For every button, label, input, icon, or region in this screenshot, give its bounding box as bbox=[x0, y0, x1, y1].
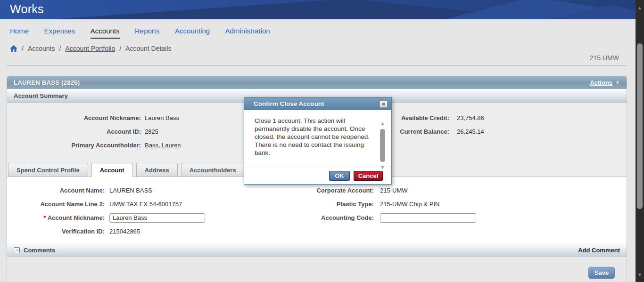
org-context-label: 215 UMW bbox=[590, 54, 619, 62]
dialog-scrollbar-thumb[interactable] bbox=[380, 129, 385, 162]
available-credit-value: 23,754.86 bbox=[457, 114, 484, 121]
form-row: Plastic Type: 215-UMW Chip & PIN bbox=[270, 197, 476, 211]
breadcrumb-separator: / bbox=[22, 45, 24, 52]
dialog-footer: OK Cancel bbox=[244, 167, 391, 184]
actions-menu[interactable]: Actions ▼ bbox=[590, 79, 620, 86]
dialog-header: Confirm Close Account ✕ bbox=[244, 97, 391, 110]
breadcrumb-link-account-portfolio[interactable]: Account Portfolio bbox=[65, 45, 115, 52]
home-icon[interactable] bbox=[10, 45, 17, 52]
field-label: Corporate Account: bbox=[270, 187, 374, 194]
verification-id-value: 215042865 bbox=[109, 228, 140, 235]
page: Works Home Expenses Accounts Reports Acc… bbox=[0, 0, 636, 282]
close-icon[interactable]: ✕ bbox=[380, 100, 388, 108]
nav-item-reports[interactable]: Reports bbox=[135, 27, 160, 38]
field-label: Primary Accountholder: bbox=[7, 142, 141, 149]
actions-link[interactable]: Actions bbox=[590, 79, 612, 86]
nav-item-home[interactable]: Home bbox=[10, 27, 29, 38]
divider bbox=[7, 65, 627, 66]
comments-header: − Comments Add Comment bbox=[7, 244, 627, 257]
field-label: Plastic Type: bbox=[270, 201, 374, 208]
nav-item-accounts[interactable]: Accounts bbox=[91, 27, 120, 39]
save-button[interactable]: Save bbox=[588, 267, 615, 279]
corporate-account-value: 215-UMW bbox=[380, 187, 408, 194]
nav-item-administration[interactable]: Administration bbox=[225, 27, 270, 38]
comments-heading: Comments bbox=[24, 247, 55, 254]
tab-account[interactable]: Account bbox=[91, 163, 133, 177]
form-row: Verification ID: 215042865 bbox=[7, 225, 627, 238]
account-tab-content: Account Name: LAUREN BASS Account Name L… bbox=[7, 177, 627, 244]
nav-item-accounting[interactable]: Accounting bbox=[175, 27, 210, 38]
field-label: Accounting Code: bbox=[270, 214, 374, 221]
confirm-close-account-dialog: Confirm Close Account ✕ Close 1 account.… bbox=[244, 97, 392, 185]
page-scrollbar-thumb[interactable] bbox=[637, 43, 643, 209]
account-panel-header: LAUREN BASS (2825) Actions ▼ bbox=[7, 76, 627, 89]
dialog-message: Close 1 account. This action will perman… bbox=[255, 117, 378, 157]
scroll-down-icon[interactable]: ▼ bbox=[636, 271, 644, 279]
field-label-text: Account Nickname: bbox=[48, 214, 105, 221]
account-title: LAUREN BASS (2825) bbox=[14, 79, 80, 86]
collapse-icon[interactable]: − bbox=[14, 247, 20, 253]
plastic-type-value: 215-UMW Chip & PIN bbox=[380, 201, 439, 208]
form-row: Accounting Code: bbox=[270, 211, 476, 225]
required-marker: * bbox=[44, 214, 46, 221]
comments-body bbox=[7, 257, 627, 282]
current-balance-value: 26,245.14 bbox=[457, 128, 484, 135]
field-label: Account Name: bbox=[7, 187, 105, 194]
nav-item-expenses[interactable]: Expenses bbox=[44, 27, 75, 38]
primary-accountholder-link[interactable]: Bass, Lauren bbox=[145, 142, 181, 149]
account-id-value: 2825 bbox=[145, 128, 158, 135]
field-label: Account Nickname: bbox=[7, 114, 141, 121]
dialog-body: Close 1 account. This action will perman… bbox=[244, 117, 391, 174]
breadcrumb-item-accounts: Accounts bbox=[28, 45, 55, 52]
accounting-code-input[interactable] bbox=[380, 213, 476, 223]
tab-address[interactable]: Address bbox=[136, 163, 178, 177]
dialog-title: Confirm Close Account bbox=[254, 100, 324, 107]
field-label: Account Name Line 2: bbox=[7, 201, 105, 208]
account-nickname-value: Lauren Bass bbox=[145, 114, 179, 121]
scroll-up-icon[interactable]: ▲ bbox=[380, 121, 386, 126]
account-name-value: LAUREN BASS bbox=[109, 187, 152, 194]
app-title: Works bbox=[0, 0, 636, 16]
breadcrumb-separator: / bbox=[119, 45, 121, 52]
breadcrumb: / Accounts / Account Portfolio / Account… bbox=[10, 45, 636, 52]
account-nickname-input[interactable] bbox=[109, 213, 205, 223]
cancel-button[interactable]: Cancel bbox=[354, 171, 383, 181]
page-scrollbar[interactable]: ▲ ▼ bbox=[636, 0, 644, 282]
app-banner: Works bbox=[0, 0, 636, 19]
field-label: Account ID: bbox=[7, 128, 141, 135]
add-comment-link[interactable]: Add Comment bbox=[578, 247, 620, 254]
tab-accountholders[interactable]: Accountholders bbox=[181, 163, 245, 177]
primary-nav: Home Expenses Accounts Reports Accountin… bbox=[0, 19, 636, 39]
account-name-line2-value: UMW TAX EX 54-6001757 bbox=[109, 201, 182, 208]
tab-spend-control-profile[interactable]: Spend Control Profile bbox=[8, 163, 88, 177]
form-row: Corporate Account: 215-UMW bbox=[270, 184, 476, 197]
chevron-down-icon: ▼ bbox=[615, 80, 620, 85]
breadcrumb-item-account-details: Account Details bbox=[125, 45, 171, 52]
field-label: *Account Nickname: bbox=[7, 214, 105, 221]
form-right-column: Corporate Account: 215-UMW Plastic Type:… bbox=[270, 184, 476, 225]
ok-button[interactable]: OK bbox=[329, 171, 350, 181]
dialog-scrollbar: ▲ ▼ bbox=[380, 121, 386, 170]
scroll-up-icon[interactable]: ▲ bbox=[636, 4, 644, 12]
breadcrumb-separator: / bbox=[59, 45, 61, 52]
field-label: Verification ID: bbox=[7, 228, 105, 235]
